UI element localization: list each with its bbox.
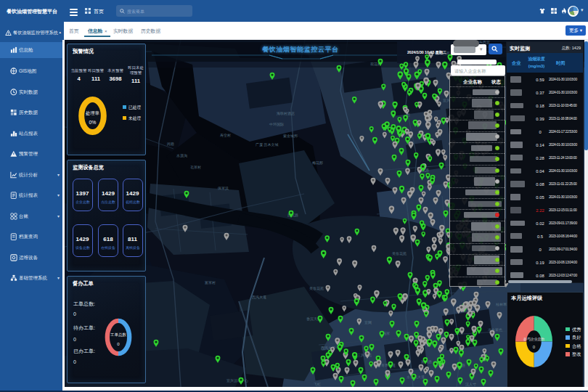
svg-text:毛家村: 毛家村 bbox=[190, 165, 201, 170]
svg-text:吴妆花苑: 吴妆花苑 bbox=[309, 286, 324, 291]
svg-text:寿堂村: 寿堂村 bbox=[220, 133, 231, 138]
svg-text:西汽大道: 西汽大道 bbox=[252, 295, 266, 300]
svg-text:飞虹: 飞虹 bbox=[314, 382, 321, 386]
svg-text:冷血紫色: 冷血紫色 bbox=[488, 327, 502, 332]
svg-text:富家村: 富家村 bbox=[205, 280, 216, 285]
svg-text:海联村酒店: 海联村酒店 bbox=[277, 111, 295, 116]
svg-text:广厦 历木文城: 广厦 历木文城 bbox=[256, 142, 278, 147]
svg-text:梅花郡: 梅花郡 bbox=[312, 160, 323, 166]
svg-text:闾巷: 闾巷 bbox=[167, 142, 174, 147]
svg-text:宜兴运动中心: 宜兴运动中心 bbox=[226, 378, 248, 383]
svg-text:保家浜: 保家浜 bbox=[217, 186, 229, 191]
svg-text:汉人寸: 汉人寸 bbox=[465, 382, 476, 387]
svg-text:水遥沟: 水遥沟 bbox=[176, 153, 187, 158]
svg-text:宜网: 宜网 bbox=[364, 320, 372, 324]
svg-text:中环国际: 中环国际 bbox=[269, 122, 284, 127]
svg-text:紫金城邦: 紫金城邦 bbox=[283, 134, 298, 138]
svg-text:吴妆花苑: 吴妆花苑 bbox=[392, 251, 407, 256]
